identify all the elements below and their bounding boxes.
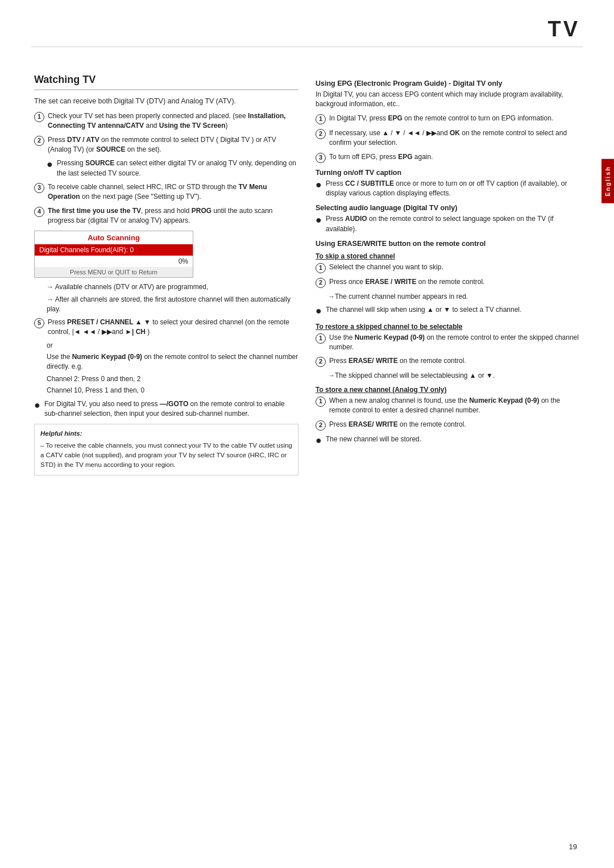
store-new-label: To store a new channel (Analog TV only) xyxy=(316,386,580,394)
hints-text: – To receive the cable channels, you mus… xyxy=(40,441,292,470)
epg-step-1: 1 In Digital TV, press EPG on the remote… xyxy=(316,114,580,124)
skip-step-num-2: 2 xyxy=(316,278,326,288)
bullet-dot-4: ● xyxy=(316,212,323,227)
scan-bottom: Press MENU or QUIT to Return xyxy=(35,267,193,277)
store-step-num-2: 2 xyxy=(316,420,326,431)
epg-step-2: 2 If necessary, use ▲ / ▼ / ◄◄ / ▶▶and O… xyxy=(316,128,580,148)
step-5: 5 Press PRESET / CHANNEL ▲ ▼ to select y… xyxy=(34,318,298,337)
arrow-autostore: → After all channels are stored, the fir… xyxy=(47,295,298,315)
scan-title: Auto Scanning xyxy=(35,231,193,244)
arrow-programmed: → Available channels (DTV or ATV) are pr… xyxy=(47,282,298,292)
skip-step-1-text: Selelect the channel you want to skip. xyxy=(329,262,443,272)
epg-step-num-1: 1 xyxy=(316,114,326,124)
step-4: 4 The first time you use the TV, press a… xyxy=(34,206,298,226)
store-step-2: 2 Press ERASE/ WRITE on the remote contr… xyxy=(316,420,580,431)
restore-step-1: 1 Use the Numeric Keypad (0-9) on the re… xyxy=(316,333,580,353)
restore-label: To restore a skipped channel to be selec… xyxy=(316,323,580,331)
skip-stored-label: To skip a stored channel xyxy=(316,252,580,260)
use-numeric-text: Use the Numeric Keypad (0-9) on the remo… xyxy=(47,352,298,372)
skip-step-2: 2 Press once ERASE / WRITE on the remote… xyxy=(316,277,580,288)
epg-step-num-2: 2 xyxy=(316,129,326,139)
arrow-icon-3: → xyxy=(328,293,335,301)
epg-step-3: 3 To turn off EPG, press EPG again. xyxy=(316,152,580,163)
step-1-text: Check your TV set has been properly conn… xyxy=(48,111,298,131)
step-2-text: Press DTV / ATV on the remmote control t… xyxy=(48,135,298,155)
skip-arrow1: →The current channel number appears in r… xyxy=(328,292,580,302)
intro-text: The set can receive both Digital TV (DTV… xyxy=(34,96,298,107)
tv-caption-bullet: ● Press CC / SUBTITLE once or more to tu… xyxy=(316,179,580,199)
epg-step-1-text: In Digital TV, press EPG on the remote c… xyxy=(329,114,553,123)
step-num-2: 2 xyxy=(34,136,44,146)
store-step-num-1: 1 xyxy=(316,397,326,407)
arrow-icon-1: → xyxy=(47,283,53,291)
step-num-5: 5 xyxy=(34,318,44,328)
step-5-text: Press PRESET / CHANNEL ▲ ▼ to select you… xyxy=(48,318,298,337)
main-content: Watching TV The set can receive both Dig… xyxy=(0,74,614,475)
step-3: 3 To receive cable channel, select HRC, … xyxy=(34,182,298,202)
channel2-text: Channel 2: Press 0 and then, 2 xyxy=(47,375,140,383)
skip-bullet: ● The channel will skip when using ▲ or … xyxy=(316,305,580,318)
arrow-icon-4: → xyxy=(328,372,335,379)
step-2: 2 Press DTV / ATV on the remmote control… xyxy=(34,135,298,155)
step-num-3: 3 xyxy=(34,183,44,193)
section-title: Watching TV xyxy=(34,74,298,90)
bullet-dot: ● xyxy=(47,157,55,172)
restore-step-num-2: 2 xyxy=(316,357,326,367)
right-column: Using EPG (Electronic Program Guide) - D… xyxy=(316,74,580,475)
skip-bullet-text: The channel will skip when using ▲ or ▼ … xyxy=(326,305,521,315)
epg-title: Using EPG (Electronic Program Guide) - D… xyxy=(316,80,580,87)
store-bullet-text: The new channel will be stored. xyxy=(326,435,421,444)
audio-lang-text: Press AUDIO on the remote control to sel… xyxy=(326,214,580,234)
restore-step-2-text: Press ERASE/ WRITE on the remote control… xyxy=(329,356,466,366)
scan-box: Auto Scanning Digital Channels Found(AIR… xyxy=(34,231,193,278)
scan-progress: 0% xyxy=(35,256,193,267)
step-1: 1 Check your TV set has been properly co… xyxy=(34,111,298,131)
skip-step-1: 1 Selelect the channel you want to skip. xyxy=(316,262,580,273)
step-num-1: 1 xyxy=(34,112,44,122)
epg-step-num-3: 3 xyxy=(316,153,326,163)
restore-step-num-1: 1 xyxy=(316,333,326,344)
store-step-2-text: Press ERASE/ WRITE on the remote control… xyxy=(329,420,466,429)
skip-step-num-1: 1 xyxy=(316,263,326,273)
epg-intro: In Digital TV, you can access EPG conten… xyxy=(316,90,580,110)
step-num-4: 4 xyxy=(34,207,44,217)
scan-progress-value: 0% xyxy=(179,257,188,265)
english-tab: English xyxy=(601,159,614,203)
epg-step-3-text: To turn off EPG, press EPG again. xyxy=(329,152,433,162)
arrow-icon-2: → xyxy=(47,295,53,303)
bullet-dot-3: ● xyxy=(316,177,323,192)
bullet-source-text: Pressing SOURCE can select either digita… xyxy=(57,158,298,178)
channel10-text: Channel 10, Press 1 and then, 0 xyxy=(47,386,144,394)
or-text: or xyxy=(47,341,298,349)
scan-row: Digital Channels Found(AIR): 0 xyxy=(35,244,193,256)
hints-box: Helpful hints: – To receive the cable ch… xyxy=(34,424,298,475)
step-4-text: The first time you use the TV, press and… xyxy=(48,206,298,226)
store-step-1: 1 When a new analog channel is found, us… xyxy=(316,396,580,416)
bullet-source: ● Pressing SOURCE can select either digi… xyxy=(47,158,298,178)
skip-step-2-text: Press once ERASE / WRITE on the remote c… xyxy=(329,277,484,287)
restore-arrow1: →The skipped channel will be selectableu… xyxy=(328,371,580,381)
audio-lang-bullet: ● Press AUDIO on the remote control to s… xyxy=(316,214,580,234)
restore-step-1-text: Use the Numeric Keypad (0-9) on the remo… xyxy=(329,333,580,353)
channel-examples: Channel 2: Press 0 and then, 2 Channel 1… xyxy=(47,374,298,395)
bullet-digital-text: For Digital TV, you also need to press —… xyxy=(44,399,298,419)
erase-write-title: Using ERASE/WRITE button on the remote c… xyxy=(316,240,580,248)
tv-caption-text: Press CC / SUBTITLE once or more to turn… xyxy=(326,179,580,199)
top-rule xyxy=(31,47,583,47)
tv-header: TV xyxy=(547,17,580,41)
store-step-1-text: When a new analog channel is found, use … xyxy=(329,396,580,416)
audio-lang-title: Selecting audio language (Digital TV onl… xyxy=(316,204,580,212)
hints-title: Helpful hints: xyxy=(40,429,292,439)
step-3-text: To receive cable channel, select HRC, IR… xyxy=(48,182,298,202)
tv-caption-title: Turning on/off TV caption xyxy=(316,169,580,177)
page: TV English Watching TV The set can recei… xyxy=(0,0,614,868)
bullet-dot-2: ● xyxy=(34,398,42,412)
restore-step-2: 2 Press ERASE/ WRITE on the remote contr… xyxy=(316,356,580,367)
bullet-digital: ● For Digital TV, you also need to press… xyxy=(34,399,298,419)
bullet-dot-5: ● xyxy=(316,303,323,318)
store-bullet: ● The new channel will be stored. xyxy=(316,435,580,448)
left-column: Watching TV The set can receive both Dig… xyxy=(34,74,298,475)
epg-step-2-text: If necessary, use ▲ / ▼ / ◄◄ / ▶▶and OK … xyxy=(329,128,580,148)
bullet-dot-6: ● xyxy=(316,433,323,448)
page-number: 19 xyxy=(569,842,577,851)
